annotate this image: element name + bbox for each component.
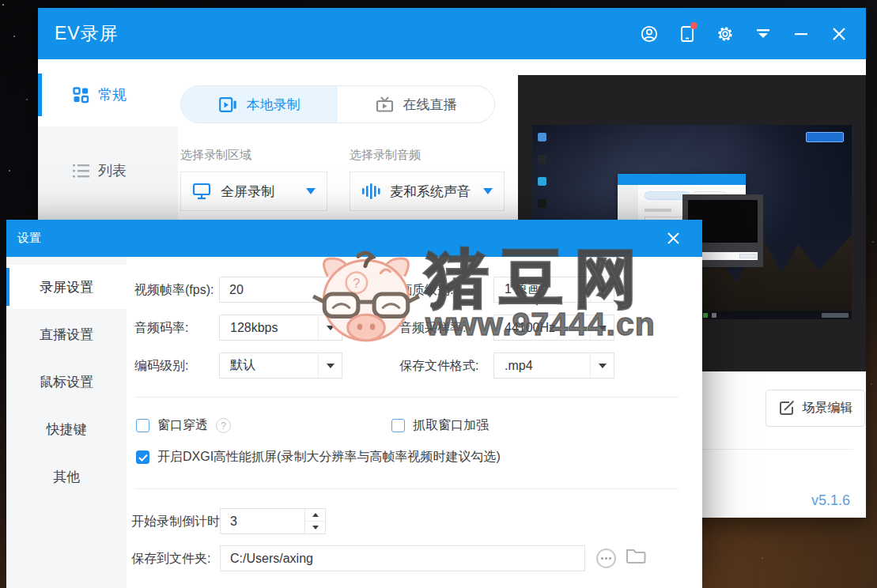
quality-select[interactable]: 1 原画 xyxy=(493,277,614,303)
settings-dialog: 设置 录屏设置 直播设置 鼠标设置 快捷键 其他 视频帧率(fps): 画质级别 xyxy=(6,220,702,588)
dialog-tab-label: 直播设置 xyxy=(40,326,93,344)
grid-icon xyxy=(73,87,89,104)
chevron-down-icon xyxy=(590,315,614,340)
list-icon xyxy=(73,164,89,179)
region-select[interactable]: 全屏录制 xyxy=(180,172,327,211)
fps-label: 视频帧率(fps): xyxy=(134,277,214,303)
dialog-tab-hotkeys[interactable]: 快捷键 xyxy=(6,407,127,451)
dxgi-checkbox-row[interactable]: 开启DXGI高性能抓屏(录制大分辨率与高帧率视频时建议勾选) xyxy=(136,449,501,466)
dialog-tab-other[interactable]: 其他 xyxy=(6,454,127,499)
settings-gear-icon[interactable] xyxy=(715,24,735,43)
save-format-select[interactable]: .mp4 xyxy=(493,352,614,379)
browse-ellipsis-button[interactable] xyxy=(596,548,616,568)
dialog-close-button[interactable] xyxy=(663,228,683,249)
tab-label: 在线直播 xyxy=(403,96,457,114)
thumbnail-desktop-icons xyxy=(538,133,546,230)
titlebar: EV录屏 xyxy=(38,8,866,59)
encode-level-value: 默认 xyxy=(220,357,318,374)
capture-enhance-label: 抓取窗口加强 xyxy=(413,417,489,434)
dialog-tab-label: 快捷键 xyxy=(47,420,87,439)
record-camera-icon xyxy=(219,97,237,112)
dxgi-label: 开启DXGI高性能抓屏(录制大分辨率与高帧率视频时建议勾选) xyxy=(157,449,501,466)
sample-rate-value: 44100Hz xyxy=(494,321,590,335)
save-format-label: 保存文件格式: xyxy=(399,352,478,379)
dialog-body: 录屏设置 直播设置 鼠标设置 快捷键 其他 视频帧率(fps): 画质级别: 1… xyxy=(6,257,702,588)
waveform-icon xyxy=(361,183,380,200)
dialog-tab-mouse-settings[interactable]: 鼠标设置 xyxy=(6,360,127,404)
chevron-down-icon xyxy=(483,188,493,194)
encode-level-label: 编码级别: xyxy=(134,352,188,379)
capture-enhance-checkbox-row[interactable]: 抓取窗口加强 xyxy=(391,417,489,434)
countdown-input[interactable] xyxy=(220,508,305,534)
account-icon[interactable] xyxy=(639,24,659,43)
quality-value: 1 原画 xyxy=(494,281,590,298)
sample-rate-label: 音频采样率: xyxy=(399,315,466,341)
version-label: v5.1.6 xyxy=(811,492,850,509)
dialog-titlebar: 设置 xyxy=(6,220,702,257)
countdown-label: 开始录制倒计时: xyxy=(131,508,223,534)
chevron-down-icon xyxy=(318,353,342,378)
window-through-checkbox-row[interactable]: 窗口穿透 ? xyxy=(136,417,231,434)
sample-rate-select[interactable]: 44100Hz xyxy=(493,315,614,341)
save-folder-input[interactable] xyxy=(220,545,585,571)
minimize-button[interactable] xyxy=(791,24,811,43)
stepper-up[interactable] xyxy=(305,509,325,522)
divider xyxy=(134,488,679,489)
save-folder-label: 保存到文件夹: xyxy=(131,545,210,571)
dialog-tab-list: 录屏设置 直播设置 鼠标设置 快捷键 其他 xyxy=(6,257,127,588)
window-through-label: 窗口穿透 xyxy=(157,417,208,434)
stepper-down[interactable] xyxy=(305,522,325,533)
mode-tab-group: 本地录制 在线直播 xyxy=(180,85,495,123)
audio-bitrate-select[interactable]: 128kbps xyxy=(219,315,342,341)
desktop-wallpaper-stars xyxy=(2,4,4,6)
active-indicator-bar xyxy=(38,74,42,116)
countdown-stepper[interactable] xyxy=(305,508,326,534)
sidebar-item-general[interactable]: 常规 xyxy=(38,69,178,121)
edit-icon xyxy=(778,400,795,416)
audio-select[interactable]: 麦和系统声音 xyxy=(350,172,505,211)
dialog-tab-label: 其他 xyxy=(53,468,80,486)
folder-icon xyxy=(625,546,647,565)
open-folder-button[interactable] xyxy=(625,546,647,568)
tab-label: 本地录制 xyxy=(247,96,301,114)
checkbox-unchecked[interactable] xyxy=(136,419,149,432)
help-icon[interactable]: ? xyxy=(216,418,231,433)
chevron-down-icon xyxy=(590,277,614,302)
region-section-label: 选择录制区域 xyxy=(180,148,251,163)
checkbox-unchecked[interactable] xyxy=(391,419,405,432)
thumbnail-watermark-badge xyxy=(806,132,844,142)
notification-dot xyxy=(690,22,697,29)
live-tv-icon xyxy=(376,96,394,112)
encode-level-select[interactable]: 默认 xyxy=(219,352,342,379)
sidebar-item-label: 列表 xyxy=(98,161,127,180)
tab-online-live[interactable]: 在线直播 xyxy=(338,86,494,122)
fps-stepper[interactable] xyxy=(323,280,337,300)
close-button[interactable] xyxy=(829,24,849,43)
checkbox-checked[interactable] xyxy=(136,450,149,464)
tab-local-record[interactable]: 本地录制 xyxy=(181,86,338,122)
scene-edit-button[interactable]: 场景编辑 xyxy=(765,390,865,427)
chevron-down-icon xyxy=(318,315,342,340)
dialog-tab-label: 录屏设置 xyxy=(40,278,93,296)
dialog-tab-record-settings[interactable]: 录屏设置 xyxy=(6,265,127,309)
boss-key-icon[interactable] xyxy=(753,24,773,43)
monitor-icon xyxy=(192,183,211,200)
titlebar-buttons xyxy=(639,24,866,43)
fps-input-wrap xyxy=(219,277,342,303)
audio-bitrate-label: 音频码率: xyxy=(134,315,188,341)
divider xyxy=(134,397,679,398)
quality-label: 画质级别: xyxy=(399,277,453,303)
sidebar-item-list[interactable]: 列表 xyxy=(38,145,178,197)
dialog-form: 视频帧率(fps): 画质级别: 1 原画 音频码率: 128kbps 音频采样… xyxy=(127,257,702,588)
audio-section-label: 选择录制音频 xyxy=(350,148,421,163)
app-title: EV录屏 xyxy=(38,21,119,46)
scene-edit-label: 场景编辑 xyxy=(803,400,853,416)
fps-input[interactable] xyxy=(229,277,308,302)
device-notification-icon[interactable] xyxy=(677,24,697,43)
dialog-title: 设置 xyxy=(17,231,41,246)
chevron-down-icon xyxy=(306,188,316,194)
sidebar-item-label: 常规 xyxy=(98,85,127,104)
dialog-tab-label: 鼠标设置 xyxy=(40,373,93,391)
dialog-tab-live-settings[interactable]: 直播设置 xyxy=(6,312,127,356)
audio-select-value: 麦和系统声音 xyxy=(390,183,471,201)
